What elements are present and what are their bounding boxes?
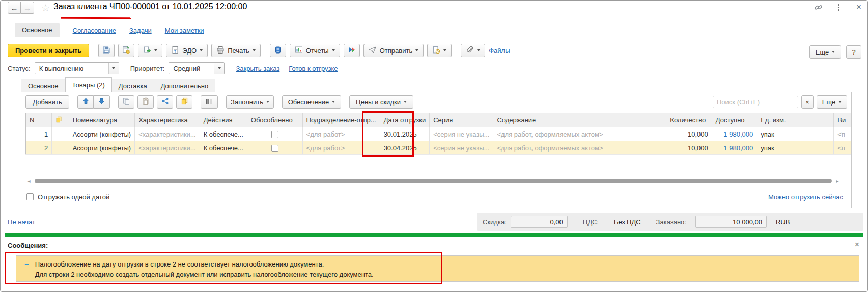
ready-to-ship-link[interactable]: Готов к отгрузке: [289, 65, 338, 72]
cell-action[interactable]: К обеспече...: [200, 141, 247, 155]
table-more-button[interactable]: Еще: [817, 95, 847, 109]
scroll-left-icon[interactable]: ◂: [25, 178, 33, 184]
structure-button[interactable]: [270, 44, 286, 57]
status-select[interactable]: К выполнению: [35, 62, 119, 74]
cell-marker[interactable]: [52, 127, 69, 141]
col-department[interactable]: Подразделение-отпр...: [302, 113, 380, 127]
nav-link-approval[interactable]: Согласование: [73, 26, 116, 34]
close-order-link[interactable]: Закрыть заказ: [236, 65, 279, 72]
cell-quantity[interactable]: 10,000: [666, 127, 712, 141]
tab-main[interactable]: Основное: [21, 79, 65, 92]
col-available[interactable]: Доступно: [712, 113, 757, 127]
col-quantity[interactable]: Количество: [666, 113, 712, 127]
col-content[interactable]: Содержание: [493, 113, 666, 127]
supply-button[interactable]: Обеспечение: [282, 95, 341, 109]
discount-field[interactable]: 0,00: [511, 216, 568, 228]
move-down-button[interactable]: [94, 95, 110, 109]
cell-nomenclature[interactable]: Ассорти (конфеты): [69, 141, 135, 155]
move-up-button[interactable]: [77, 95, 94, 109]
window-menu-icon[interactable]: [834, 3, 843, 12]
more-button[interactable]: Еще: [809, 45, 841, 59]
scroll-right-icon[interactable]: ▸: [834, 178, 841, 184]
cell-content[interactable]: <для работ, оформляемых актом>: [493, 127, 666, 141]
checkbox[interactable]: [271, 131, 278, 138]
post-document-button[interactable]: [118, 44, 134, 57]
cell-content[interactable]: <для работ, оформляемых актом>: [493, 141, 666, 155]
table-row[interactable]: 1 Ассорти (конфеты) <характеристики... К…: [26, 127, 851, 141]
cell-unit[interactable]: упак: [757, 141, 834, 155]
reports-button[interactable]: Отчеты: [290, 44, 340, 57]
scrollbar-thumb[interactable]: [35, 179, 832, 183]
reminder-button[interactable]: [427, 44, 452, 57]
cell-n[interactable]: 2: [26, 141, 52, 155]
priority-select[interactable]: Средний: [169, 62, 225, 74]
col-unit[interactable]: Ед. изм.: [757, 113, 834, 127]
back-button[interactable]: ←: [8, 2, 21, 14]
cell-ship-date[interactable]: 30.01.2025: [380, 127, 430, 141]
tab-goods[interactable]: Товары (2): [65, 77, 112, 92]
cell-available[interactable]: 1 980,000: [712, 141, 757, 155]
cell-quantity[interactable]: 10,000: [666, 141, 712, 155]
duplicate-button[interactable]: [176, 95, 192, 109]
cell-series[interactable]: <серия не указы...: [430, 141, 493, 155]
attachments-button[interactable]: [461, 44, 485, 57]
cell-separate[interactable]: [247, 127, 302, 141]
search-input[interactable]: [713, 96, 798, 108]
checkbox[interactable]: [271, 145, 278, 152]
help-button[interactable]: ?: [846, 45, 861, 59]
cell-n[interactable]: 1: [26, 127, 52, 141]
col-n[interactable]: N: [26, 113, 52, 127]
cell-unit[interactable]: упак: [757, 127, 834, 141]
get-link-icon[interactable]: [814, 3, 823, 12]
col-marker[interactable]: [52, 113, 69, 127]
cell-action[interactable]: К обеспече...: [200, 127, 247, 141]
paste-rows-button[interactable]: [137, 95, 154, 109]
tab-delivery[interactable]: Доставка: [112, 79, 154, 92]
cell-nomenclature[interactable]: Ассорти (конфеты): [69, 127, 135, 141]
cell-available[interactable]: 1 980,000: [712, 127, 757, 141]
post-and-close-button[interactable]: Провести и закрыть: [8, 44, 89, 57]
clear-search-button[interactable]: ×: [801, 95, 814, 109]
horizontal-scrollbar[interactable]: ◂ ▸: [25, 178, 841, 184]
nav-tab-main[interactable]: Основное: [15, 23, 60, 37]
fulfillment-state-link[interactable]: Не начат: [8, 218, 35, 226]
col-vid[interactable]: Ви: [834, 113, 851, 127]
close-window-icon[interactable]: ×: [854, 3, 863, 12]
send-button[interactable]: Отправить: [363, 44, 424, 57]
col-ship-date[interactable]: Дата отгрузки: [380, 113, 430, 127]
cell-marker[interactable]: [52, 141, 69, 155]
fill-button[interactable]: Заполнить: [226, 95, 274, 109]
tab-additional[interactable]: Дополнительно: [154, 79, 216, 92]
favorite-star-icon[interactable]: ☆: [41, 2, 50, 14]
edo-button[interactable]: ЭДО: [166, 44, 208, 57]
cell-ship-date-selected[interactable]: 30.04.2025: [380, 141, 430, 155]
ordered-field[interactable]: 10 000,00: [695, 216, 767, 228]
cell-department[interactable]: <для работ>: [302, 127, 380, 141]
cell-characteristic[interactable]: <характеристики...: [135, 141, 200, 155]
messages-close-icon[interactable]: ×: [855, 240, 859, 249]
collapse-dash-icon[interactable]: −: [24, 259, 29, 281]
create-based-on-button[interactable]: [138, 44, 162, 57]
nav-link-notes[interactable]: Мои заметки: [165, 26, 204, 34]
col-actions[interactable]: Действия: [200, 113, 247, 127]
external-check-button[interactable]: [344, 44, 360, 57]
ship-same-date-checkbox[interactable]: Отгружать одной датой: [26, 193, 109, 201]
message-panel[interactable]: − Налогообложение на дату отгрузки в стр…: [16, 255, 859, 282]
prices-discounts-button[interactable]: Цены и скидки: [349, 95, 413, 109]
forward-button[interactable]: →: [21, 2, 34, 14]
can-ship-now-link[interactable]: Можно отгрузить сейчас: [768, 193, 843, 201]
checkbox[interactable]: [26, 193, 34, 200]
files-link[interactable]: Файлы: [489, 47, 510, 55]
copy-rows-button[interactable]: [118, 95, 134, 109]
cell-series[interactable]: <серия не указы...: [430, 127, 493, 141]
cell-department[interactable]: <для работ>: [302, 141, 380, 155]
col-characteristic[interactable]: Характеристика: [135, 113, 200, 127]
share-rows-button[interactable]: [157, 95, 173, 109]
col-separate[interactable]: Обособленно: [247, 113, 302, 127]
cell-vid[interactable]: <п: [834, 127, 851, 141]
cell-characteristic[interactable]: <характеристики...: [135, 127, 200, 141]
save-button[interactable]: [98, 44, 115, 57]
add-row-button[interactable]: Добавить: [25, 95, 69, 109]
col-nomenclature[interactable]: Номенклатура: [69, 113, 135, 127]
table-row-selected[interactable]: 2 Ассорти (конфеты) <характеристики... К…: [26, 141, 851, 155]
